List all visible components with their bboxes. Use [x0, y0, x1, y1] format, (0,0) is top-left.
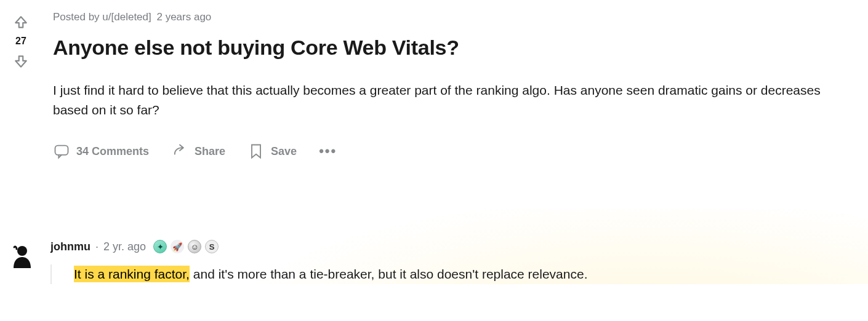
comment-text: It is a ranking factor, and it's more th… — [74, 264, 868, 284]
post: 27 Posted by u/[deleted] 2 years ago Any… — [0, 0, 868, 160]
more-button[interactable]: ••• — [319, 145, 337, 158]
vote-column: 27 — [4, 11, 38, 160]
comment-section: johnmu · 2 yr. ago ✦ 🚀 ☺ S It is a ranki… — [0, 209, 868, 284]
comment-rest: and it's more than a tie-breaker, but it… — [190, 267, 588, 281]
post-score: 27 — [15, 36, 26, 47]
meta-separator: · — [95, 240, 98, 253]
arrow-down-icon — [13, 54, 29, 69]
post-meta: Posted by u/[deleted] 2 years ago — [53, 11, 856, 23]
comment-author[interactable]: johnmu — [50, 240, 90, 253]
more-icon: ••• — [319, 145, 337, 158]
upvote-button[interactable] — [11, 12, 31, 32]
comment-age: 2 yr. ago — [103, 240, 146, 253]
post-title: Anyone else not buying Core Web Vitals? — [53, 36, 856, 60]
downvote-button[interactable] — [11, 52, 31, 71]
avatar[interactable] — [9, 241, 36, 268]
comment-body: johnmu · 2 yr. ago ✦ 🚀 ☺ S It is a ranki… — [50, 240, 868, 284]
share-label: Share — [195, 145, 225, 158]
post-actions: 34 Comments Share Save ••• — [53, 143, 856, 160]
comment-icon — [53, 143, 70, 160]
post-age: 2 years ago — [156, 11, 211, 23]
bookmark-icon — [247, 143, 265, 160]
comments-button[interactable]: 34 Comments — [53, 143, 149, 160]
svg-point-1 — [17, 246, 27, 256]
award-icon[interactable]: 🚀 — [171, 240, 184, 253]
thread-line: It is a ranking factor, and it's more th… — [50, 264, 868, 284]
award-badges: ✦ 🚀 ☺ S — [153, 240, 219, 253]
comments-label: 34 Comments — [76, 145, 149, 158]
post-main: Posted by u/[deleted] 2 years ago Anyone… — [38, 11, 868, 160]
award-icon[interactable]: S — [205, 240, 219, 253]
highlighted-text: It is a ranking factor, — [74, 266, 190, 282]
author-link[interactable]: u/[deleted] — [102, 11, 151, 23]
post-body: I just find it hard to believe that this… — [53, 81, 856, 119]
save-label: Save — [271, 145, 297, 158]
avatar-icon — [9, 241, 36, 268]
svg-rect-0 — [55, 146, 68, 155]
arrow-up-icon — [13, 14, 29, 30]
meta-prefix: Posted by — [53, 11, 102, 23]
award-icon[interactable]: ✦ — [153, 240, 167, 253]
share-icon — [171, 143, 188, 160]
comment-meta: johnmu · 2 yr. ago ✦ 🚀 ☺ S — [50, 240, 868, 253]
award-icon[interactable]: ☺ — [188, 240, 201, 253]
comment: johnmu · 2 yr. ago ✦ 🚀 ☺ S It is a ranki… — [0, 240, 868, 284]
share-button[interactable]: Share — [171, 143, 225, 160]
save-button[interactable]: Save — [247, 143, 297, 160]
